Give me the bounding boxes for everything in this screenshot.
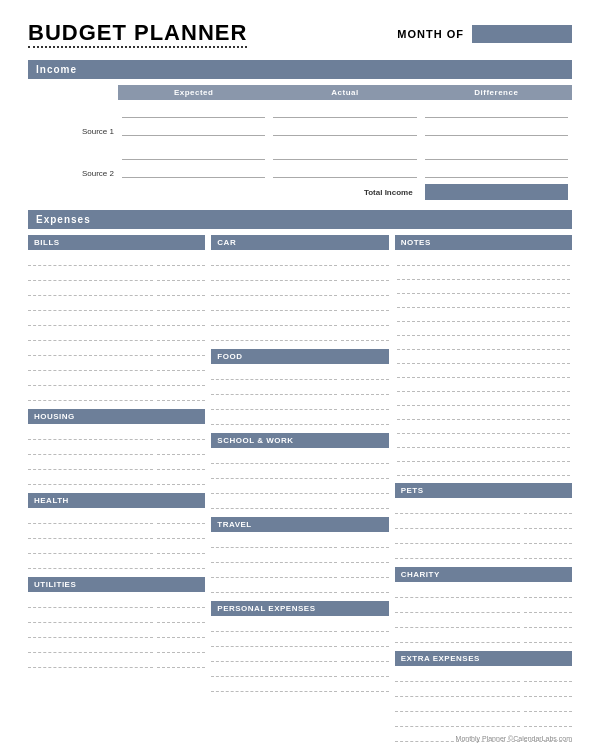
source-1-actual (269, 102, 420, 138)
source-2-diff-line1[interactable] (425, 146, 568, 160)
source-1-actual-line2[interactable] (273, 122, 416, 136)
total-income-box[interactable] (425, 184, 568, 200)
income-col-empty (28, 85, 118, 100)
school-work-rows (211, 451, 388, 511)
utilities-header: UTILITIES (28, 577, 205, 592)
source-2-actual (269, 144, 420, 180)
source-1-diff-line2[interactable] (425, 122, 568, 136)
car-header: CAR (211, 235, 388, 250)
income-header: Income (28, 60, 572, 79)
source-1-expected (118, 102, 269, 138)
pets-header: PETS (395, 483, 572, 498)
notes-header: NOTES (395, 235, 572, 250)
income-col-expected: Expected (118, 85, 269, 100)
month-of-section: Month of (397, 25, 572, 43)
month-of-label: Month of (397, 28, 464, 40)
travel-rows (211, 535, 388, 595)
food-rows (211, 367, 388, 427)
source-2-label: Source 2 (28, 169, 118, 180)
source-2-actual-line2[interactable] (273, 164, 416, 178)
health-rows (28, 511, 205, 571)
expense-col-1: BILLS HOUSING (28, 235, 205, 744)
bills-rows (28, 253, 205, 403)
food-header: FOOD (211, 349, 388, 364)
header: Budget Planner Month of (28, 20, 572, 48)
income-section: Income Expected Actual Difference Source… (28, 60, 572, 200)
pets-rows (395, 501, 572, 561)
source-1-expected-line1[interactable] (122, 104, 265, 118)
utilities-rows (28, 595, 205, 670)
source-2-actual-line1[interactable] (273, 146, 416, 160)
page-title: Budget Planner (28, 20, 247, 48)
source-1-diff-line1[interactable] (425, 104, 568, 118)
expense-col-2: CAR FOOD (211, 235, 388, 744)
personal-expenses-header: PERSONAL EXPENSES (211, 601, 388, 616)
housing-header: HOUSING (28, 409, 205, 424)
source-1-label: Source 1 (28, 127, 118, 138)
expenses-grid: BILLS HOUSING (28, 235, 572, 744)
health-header: HEALTH (28, 493, 205, 508)
footer-text: Monthly Planner ©CalendarLabs.com (456, 735, 572, 742)
charity-header: CHARITY (395, 567, 572, 582)
budget-planner-page: Budget Planner Month of Income Expected … (0, 0, 600, 750)
source-1-difference (421, 102, 572, 138)
income-source-1-row: Source 1 (28, 102, 572, 138)
source-1-actual-line1[interactable] (273, 104, 416, 118)
car-rows (211, 253, 388, 343)
housing-rows (28, 427, 205, 487)
total-income-row: Total Income (28, 184, 572, 200)
expense-col-3: NOTES (395, 235, 572, 744)
source-2-expected-line1[interactable] (122, 146, 265, 160)
expenses-section: Expenses BILLS (28, 210, 572, 744)
school-work-header: SCHOOL & WORK (211, 433, 388, 448)
charity-rows (395, 585, 572, 645)
footer: Monthly Planner ©CalendarLabs.com (456, 735, 572, 742)
travel-header: TRAVEL (211, 517, 388, 532)
extra-expenses-rows (395, 669, 572, 744)
bills-header: BILLS (28, 235, 205, 250)
notes-lines (395, 253, 572, 477)
total-income-label: Total Income (28, 188, 421, 197)
source-2-expected-line2[interactable] (122, 164, 265, 178)
source-2-expected (118, 144, 269, 180)
source-2-difference (421, 144, 572, 180)
income-col-difference: Difference (421, 85, 572, 100)
source-2-diff-line2[interactable] (425, 164, 568, 178)
extra-expenses-header: EXTRA EXPENSES (395, 651, 572, 666)
month-input-box[interactable] (472, 25, 572, 43)
source-1-expected-line2[interactable] (122, 122, 265, 136)
income-source-2-row: Source 2 (28, 144, 572, 180)
expenses-header: Expenses (28, 210, 572, 229)
income-col-actual: Actual (269, 85, 420, 100)
personal-expenses-rows (211, 619, 388, 694)
